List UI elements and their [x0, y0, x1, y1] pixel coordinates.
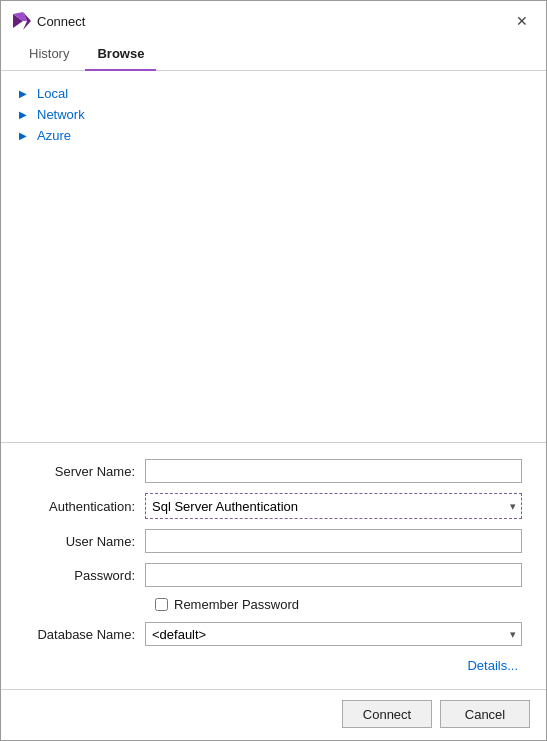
remember-password-checkbox[interactable]: [155, 598, 168, 611]
database-select-wrapper: <default> ▾: [145, 622, 522, 646]
server-name-input[interactable]: [145, 459, 522, 483]
tab-bar: History Browse: [1, 39, 546, 71]
tree-arrow-local: ▶: [19, 88, 31, 99]
username-row: User Name:: [25, 529, 522, 553]
connect-dialog: Connect ✕ History Browse ▶ Local ▶ Netwo…: [0, 0, 547, 741]
browse-panel: ▶ Local ▶ Network ▶ Azure: [1, 71, 546, 442]
cancel-button[interactable]: Cancel: [440, 700, 530, 728]
tab-browse[interactable]: Browse: [85, 40, 156, 71]
database-name-select[interactable]: <default>: [145, 622, 522, 646]
password-label: Password:: [25, 568, 145, 583]
title-bar-left: Connect: [13, 12, 85, 30]
title-bar: Connect ✕: [1, 1, 546, 39]
close-button[interactable]: ✕: [510, 9, 534, 33]
details-link[interactable]: Details...: [467, 658, 522, 673]
tree-arrow-network: ▶: [19, 109, 31, 120]
tree-arrow-azure: ▶: [19, 130, 31, 141]
authentication-select[interactable]: Sql Server Authentication Windows Authen…: [145, 493, 522, 519]
remember-password-row: Remember Password: [25, 597, 522, 612]
username-input[interactable]: [145, 529, 522, 553]
tree-item-network[interactable]: ▶ Network: [17, 104, 530, 125]
authentication-select-wrapper: Sql Server Authentication Windows Authen…: [145, 493, 522, 519]
server-name-row: Server Name:: [25, 459, 522, 483]
authentication-label: Authentication:: [25, 499, 145, 514]
password-row: Password:: [25, 563, 522, 587]
username-label: User Name:: [25, 534, 145, 549]
server-name-label: Server Name:: [25, 464, 145, 479]
vs-logo-icon: [13, 12, 31, 30]
tree-item-local[interactable]: ▶ Local: [17, 83, 530, 104]
database-name-row: Database Name: <default> ▾: [25, 622, 522, 646]
password-input[interactable]: [145, 563, 522, 587]
tab-history[interactable]: History: [17, 40, 81, 71]
dialog-title: Connect: [37, 14, 85, 29]
content-area: ▶ Local ▶ Network ▶ Azure Server Name: A…: [1, 71, 546, 740]
button-row: Connect Cancel: [1, 690, 546, 740]
tree-item-azure[interactable]: ▶ Azure: [17, 125, 530, 146]
connect-button[interactable]: Connect: [342, 700, 432, 728]
remember-password-label: Remember Password: [174, 597, 299, 612]
form-section: Server Name: Authentication: Sql Server …: [1, 443, 546, 689]
authentication-row: Authentication: Sql Server Authenticatio…: [25, 493, 522, 519]
details-row: Details...: [25, 656, 522, 679]
database-name-label: Database Name:: [25, 627, 145, 642]
